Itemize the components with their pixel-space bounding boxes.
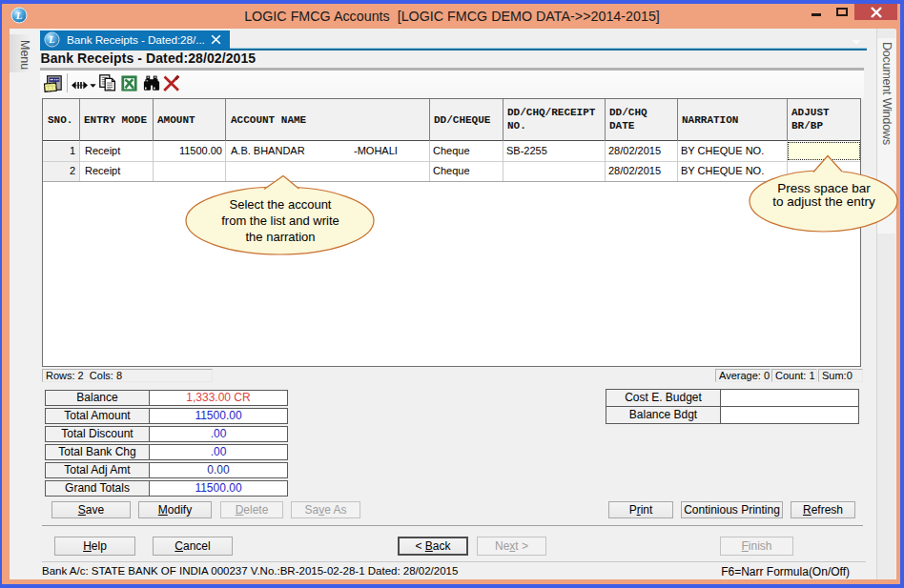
svg-text:the narration: the narration [246,230,316,244]
svg-text:to adjust the entry: to adjust the entry [772,194,875,209]
svg-text:Select the account: Select the account [230,197,332,212]
svg-text:L: L [15,10,23,21]
svg-text:L: L [48,34,54,45]
svg-text:from the list and write: from the list and write [221,213,339,228]
svg-text:Press space bar: Press space bar [777,181,871,195]
